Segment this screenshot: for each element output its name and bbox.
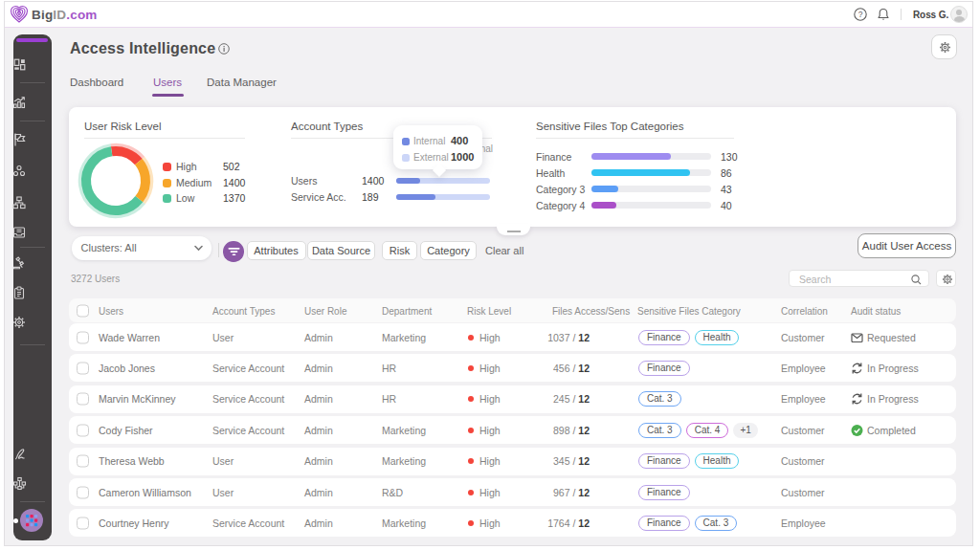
svg-text:?: ? <box>858 10 863 19</box>
